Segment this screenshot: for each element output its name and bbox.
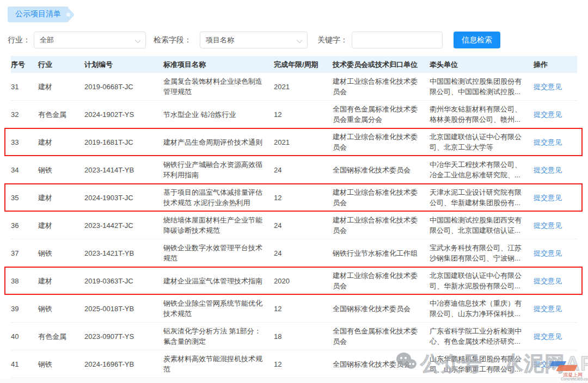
submit-feedback-link[interactable]: 提交意见 <box>534 249 562 257</box>
cell-industry: 钢铁 <box>38 300 84 317</box>
cell-project-name: 节水型企业 钴冶炼行业 <box>163 106 274 123</box>
cell-lead-unit: 广东省科学院工业分析检测中心、有色金属技术经济研究... <box>430 323 534 350</box>
cell-committee: 全国钢标准化技术委员会 <box>333 300 430 317</box>
cell-no: 33 <box>11 134 38 151</box>
table-row: 35建材2024-1903T-JC基于项目的温室气体减排量评估技术规范 水泥行业… <box>11 184 577 212</box>
cell-plan-no: 2024-1696T-YB <box>84 356 163 373</box>
cell-industry: 钢铁 <box>38 356 84 373</box>
cell-project-name: 建材产品生命周期评价技术通则 <box>163 134 274 151</box>
page-tab[interactable]: 公示项目清单 <box>8 7 69 22</box>
cell-no: 40 <box>11 328 38 345</box>
concrete365-logo: 混凝上网 Concrete365.com <box>549 360 587 382</box>
logo-domain: Concrete365.com <box>561 377 588 381</box>
cell-lead-unit: 中国国检测试控股集团西安有限公司、北京国建联信认证... <box>430 212 534 239</box>
submit-feedback-link[interactable]: 提交意见 <box>534 221 562 230</box>
submit-feedback-link[interactable]: 提交意见 <box>534 332 562 341</box>
submit-feedback-link[interactable]: 提交意见 <box>534 194 562 202</box>
cell-lead-unit: 中国国检测试控股集团股份有限公司、中国国检测试控股... <box>430 73 534 100</box>
submit-feedback-link[interactable]: 提交意见 <box>534 166 562 174</box>
cell-action: 提交意见 <box>534 300 577 317</box>
cell-committee: 全国有色金属标准化技术委员会 <box>333 323 430 350</box>
cell-committee: 建材工业综合标准化技术委员会 <box>333 212 430 239</box>
cell-period: 12 <box>274 189 333 206</box>
cell-industry: 建材 <box>38 273 84 289</box>
cell-lead-unit: 中冶赛迪信息技术（重庆）有限公司、山东力净环保科技... <box>430 295 534 322</box>
chevron-down-icon <box>135 38 141 44</box>
footer-strip <box>0 379 588 383</box>
cell-period: 24 <box>274 245 333 262</box>
cell-lead-unit: 天津水泥工业设计研究院有限公司、华新建材集团股份有... <box>430 184 534 211</box>
cell-lead-unit: 北京国建联信认证中心有限公司、北京工业大学等 <box>430 128 534 156</box>
cell-action: 提交意见 <box>534 189 577 206</box>
cell-action: 提交意见 <box>534 134 577 151</box>
cell-period: 24 <box>274 217 333 234</box>
cell-committee: 建材工业综合标准化技术委员会 <box>333 267 430 294</box>
cell-period: 24 <box>274 162 333 178</box>
header-period: 完成年限/周期 <box>274 60 333 70</box>
table-row: 31建材2019-0668T-JC金属复合装饰材料企业绿色制造管理规范2021建… <box>11 73 577 101</box>
table-row: 32有色金属2024-1902T-YS节水型企业 钴冶炼行业12全国有色金属标准… <box>11 101 577 128</box>
cell-industry: 建材 <box>38 134 84 151</box>
industry-label: 行业： <box>8 35 30 45</box>
cell-no: 37 <box>11 245 38 262</box>
cell-period: 2021 <box>274 134 333 151</box>
cell-action: 提交意见 <box>534 328 577 345</box>
cell-industry: 建材 <box>38 217 84 234</box>
filter-bar: 行业： 全部 检索字段： 项目名称 关键字： 信息检索 <box>0 32 588 49</box>
table-row: 38建材2019-0363T-JC建材企业温室气体管理技术指南2020建材工业综… <box>11 267 577 295</box>
cell-project-name: 烧结墙体屋面材料生产企业节能降碳诊断技术规范 <box>163 212 274 239</box>
cell-action: 提交意见 <box>534 245 577 262</box>
cell-industry: 建材 <box>38 78 84 95</box>
keyword-input[interactable] <box>358 36 437 44</box>
search-field-select-value: 项目名称 <box>206 35 234 45</box>
cell-lead-unit: 衢州华友钴新材料有限公司、格林美股份有限公司、赣州... <box>430 101 534 128</box>
header-committee: 技术委员会或技术归口单位 <box>333 60 430 70</box>
cell-plan-no: 2019-1681T-JC <box>84 134 163 151</box>
industry-select[interactable]: 全部 <box>34 32 146 48</box>
table-header-row: 序号 行业 计划编号 标准项目名称 完成年限/周期 技术委员会或技术归口单位 牵… <box>11 56 577 73</box>
cell-no: 35 <box>11 189 38 206</box>
header-plan-no: 计划编号 <box>84 60 163 70</box>
table-row: 41钢铁2024-1696T-YB炭素材料高效节能混捏机技术规范12全国钢标准化… <box>11 350 577 378</box>
submit-feedback-link[interactable]: 提交意见 <box>534 83 562 91</box>
cell-period: 2020 <box>274 273 333 289</box>
cell-committee: 建材工业综合标准化技术委员会 <box>333 128 430 156</box>
cell-project-name: 钢铁行业产城融合水资源高效循环利用指南 <box>163 156 274 183</box>
search-button[interactable]: 信息检索 <box>454 32 500 48</box>
cell-period: 2021 <box>274 78 333 95</box>
cell-plan-no: 2024-1903T-JC <box>84 189 163 206</box>
header-industry: 行业 <box>38 60 84 70</box>
cell-action: 提交意见 <box>534 106 577 123</box>
table-row: 37钢铁2023-1421T-YB钢铁企业数字水效管理平台技术规范24钢铁行业节… <box>11 239 577 267</box>
search-field-select[interactable]: 项目名称 <box>200 32 308 48</box>
header-action: 操作 <box>534 60 577 70</box>
cell-plan-no: 2023-0907T-YS <box>84 328 163 345</box>
cell-period: 18 <box>274 328 333 345</box>
cell-plan-no: 2023-1421T-YB <box>84 245 163 262</box>
cell-project-name: 铝灰渣化学分析方法 第1部分：氟含量的测定 <box>163 323 274 350</box>
table-row: 36建材2023-1442T-JC烧结墙体屋面材料生产企业节能降碳诊断技术规范2… <box>11 212 577 239</box>
cell-plan-no: 2023-1414T-YB <box>84 162 163 178</box>
cell-action: 提交意见 <box>534 78 577 95</box>
cell-action: 提交意见 <box>534 162 577 178</box>
submit-feedback-link[interactable]: 提交意见 <box>534 110 562 119</box>
cell-project-name: 钢铁企业除尘管网系统节能优化技术规范 <box>163 295 274 322</box>
cell-project-name: 钢铁企业数字水效管理平台技术规范 <box>163 239 274 267</box>
cell-no: 36 <box>11 217 38 234</box>
submit-feedback-link[interactable]: 提交意见 <box>534 138 562 146</box>
cell-lead-unit: 中冶华天工程技术有限公司、冶金工业信息标准研究院、... <box>430 156 534 183</box>
cell-committee: 建材工业综合标准化技术委员会 <box>333 184 430 211</box>
cell-lead-unit: 北京国建联信认证中心有限公司、华新水泥股份有限公司... <box>430 267 534 294</box>
cell-action: 提交意见 <box>534 217 577 234</box>
cell-no: 32 <box>11 106 38 123</box>
logo-shape-orange <box>556 365 577 371</box>
cell-project-name: 金属复合装饰材料企业绿色制造管理规范 <box>163 73 274 100</box>
cell-committee: 全国钢标准化技术委员会 <box>333 356 430 373</box>
chevron-down-icon <box>297 38 303 44</box>
submit-feedback-link[interactable]: 提交意见 <box>534 277 562 285</box>
table-row: 39钢铁2025-0018T-YB钢铁企业除尘管网系统节能优化技术规范12全国钢… <box>11 295 577 323</box>
cell-no: 31 <box>11 78 38 95</box>
submit-feedback-link[interactable]: 提交意见 <box>534 305 562 313</box>
cell-project-name: 基于项目的温室气体减排量评估技术规范 水泥行业余热利用 <box>163 184 274 211</box>
cell-plan-no: 2019-0363T-JC <box>84 273 163 289</box>
